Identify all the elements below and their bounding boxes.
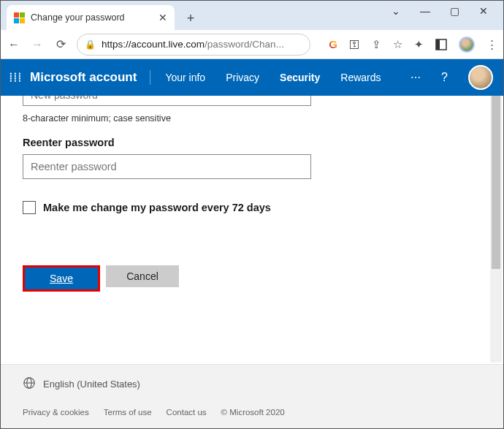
lock-icon: 🔒	[85, 39, 96, 50]
brand[interactable]: Microsoft account	[30, 70, 150, 85]
nav-your-info[interactable]: Your info	[155, 59, 215, 96]
tab-title: Change your password	[31, 12, 125, 23]
browser-toolbar: ← → ⟳ 🔒 https://account.live.com/passwor…	[1, 30, 503, 59]
account-avatar[interactable]	[468, 65, 493, 90]
browser-tab[interactable]: Change your password ✕	[7, 5, 175, 30]
new-tab-button[interactable]: +	[179, 7, 202, 30]
menu-icon[interactable]: ⋮	[486, 38, 497, 51]
page-footer: English (United States) Privacy & cookie…	[1, 364, 503, 428]
key-icon[interactable]: ⚿	[349, 38, 360, 50]
app-launcher-icon[interactable]: ⁞⁞⁞	[1, 69, 30, 86]
cancel-button[interactable]: Cancel	[106, 265, 179, 287]
page-content: New password 8-character minimum; case s…	[1, 96, 487, 362]
reload-button[interactable]: ⟳	[53, 37, 68, 51]
profile-avatar[interactable]	[459, 37, 475, 53]
checkbox-label: Make me change my password every 72 days	[43, 202, 271, 213]
nav-help[interactable]: ?	[431, 71, 458, 84]
nav-rewards[interactable]: Rewards	[330, 59, 391, 96]
close-window-icon[interactable]: ✕	[478, 5, 489, 21]
microsoft-logo-icon	[14, 12, 25, 23]
close-tab-icon[interactable]: ✕	[159, 12, 167, 23]
vertical-scrollbar[interactable]	[490, 96, 502, 362]
maximize-icon[interactable]: ▢	[449, 5, 459, 21]
language-selector[interactable]: English (United States)	[23, 376, 481, 392]
nav-privacy[interactable]: Privacy	[215, 59, 270, 96]
checkbox-icon[interactable]	[23, 201, 36, 214]
globe-icon	[23, 376, 36, 392]
reenter-label: Reenter password	[23, 137, 465, 148]
change-every-72-row[interactable]: Make me change my password every 72 days	[23, 201, 465, 214]
language-label: English (United States)	[43, 379, 140, 390]
forward-button[interactable]: →	[30, 38, 45, 51]
chevron-down-icon[interactable]: ⌄	[391, 5, 401, 21]
back-button[interactable]: ←	[7, 38, 21, 51]
footer-link-contact[interactable]: Contact us	[167, 408, 207, 417]
star-icon[interactable]: ☆	[393, 38, 402, 51]
address-bar[interactable]: 🔒 https://account.live.com/password/Chan…	[77, 34, 310, 56]
site-nav: ⁞⁞⁞ Microsoft account Your info Privacy …	[1, 59, 503, 96]
footer-copyright: © Microsoft 2020	[221, 408, 285, 417]
reenter-password-field[interactable]: Reenter password	[23, 154, 311, 179]
password-hint: 8-character minimum; case sensitive	[23, 113, 465, 124]
panel-icon[interactable]	[435, 39, 447, 50]
share-icon[interactable]: ⇪	[372, 38, 381, 51]
extensions-icon[interactable]: ✦	[414, 38, 424, 51]
google-icon[interactable]: G	[329, 38, 337, 50]
new-password-field[interactable]: New password	[23, 96, 311, 106]
minimize-icon[interactable]: —	[420, 5, 430, 21]
nav-security[interactable]: Security	[270, 59, 330, 96]
url-text: https://account.live.com/password/Chan..…	[102, 39, 284, 50]
footer-link-privacy[interactable]: Privacy & cookies	[23, 408, 89, 417]
save-highlight: Save	[23, 265, 100, 292]
svg-rect-1	[436, 39, 440, 50]
save-button[interactable]: Save	[25, 267, 98, 289]
window-controls: ⌄ — ▢ ✕	[391, 1, 503, 21]
nav-more[interactable]: ⋯	[402, 72, 431, 83]
scrollbar-thumb[interactable]	[492, 96, 500, 269]
footer-link-terms[interactable]: Terms of use	[104, 408, 152, 417]
